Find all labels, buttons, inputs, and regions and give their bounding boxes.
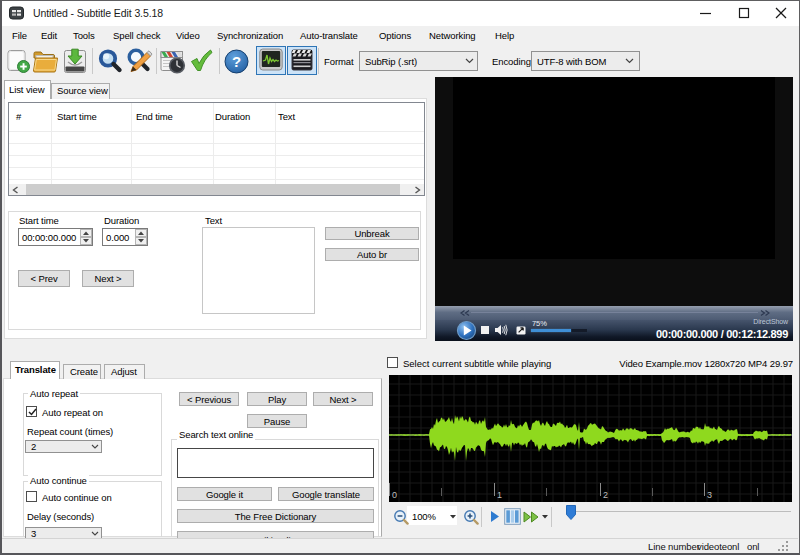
svg-text:3: 3 [707, 490, 712, 500]
svg-text:1: 1 [497, 490, 502, 500]
svg-text:2: 2 [603, 490, 608, 500]
svg-text:0: 0 [392, 490, 397, 500]
svg-text:?: ? [232, 53, 241, 70]
